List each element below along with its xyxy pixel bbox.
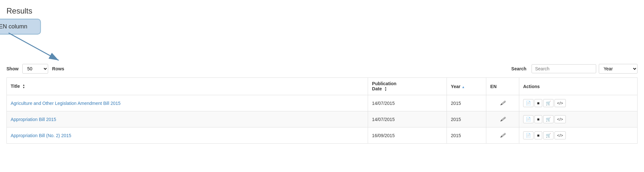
cell-title: Appropriation Bill (No. 2) 2015: [7, 127, 368, 144]
main-content-area: New EN column Show 50 10 25: [6, 22, 638, 144]
title-link[interactable]: Appropriation Bill 2015: [11, 117, 56, 122]
pdf-button[interactable]: 📄: [523, 131, 533, 139]
pdf-button[interactable]: 📄: [523, 99, 533, 107]
search-input[interactable]: [532, 64, 596, 73]
cart-button[interactable]: 🛒: [543, 115, 554, 123]
col-header-en: EN: [486, 78, 519, 95]
en-icon: 🖉: [500, 116, 505, 122]
col-header-year[interactable]: Year ▲: [447, 78, 486, 95]
page-title: Results: [6, 6, 638, 15]
cell-pubdate: 16/09/2015: [368, 127, 447, 144]
table-row: Agriculture and Other Legislation Amendm…: [7, 95, 638, 111]
col-header-pubdate[interactable]: PublicationDate ▲ ▼: [368, 78, 447, 95]
cell-en: 🖉: [486, 127, 519, 144]
stop-button[interactable]: ■: [534, 131, 542, 139]
data-table: Title ▲ ▼ PublicationDate ▲ ▼: [6, 77, 638, 144]
svg-line-1: [9, 33, 59, 60]
en-icon: 🖉: [500, 100, 505, 106]
cell-title: Agriculture and Other Legislation Amendm…: [7, 95, 368, 111]
sort-arrows-title: ▲ ▼: [22, 84, 25, 89]
code-button[interactable]: </>: [554, 131, 566, 139]
cell-year: 2015: [447, 127, 486, 144]
year-select[interactable]: Year 2015 2014 2013 2012: [599, 64, 638, 74]
col-header-title[interactable]: Title ▲ ▼: [7, 78, 368, 95]
table-header-row: Title ▲ ▼ PublicationDate ▲ ▼: [7, 78, 638, 95]
cart-button[interactable]: 🛒: [543, 131, 554, 139]
stop-button[interactable]: ■: [534, 99, 542, 107]
sort-arrow-year-active: ▲: [462, 85, 465, 89]
cell-year: 2015: [447, 111, 486, 127]
callout-bubble: New EN column: [0, 19, 322, 35]
show-label: Show: [6, 66, 18, 71]
table-row: Appropriation Bill 201514/07/20152015🖉📄■…: [7, 111, 638, 127]
sort-arrows-pubdate: ▲ ▼: [385, 86, 387, 92]
cell-title: Appropriation Bill 2015: [7, 111, 368, 127]
cell-actions: 📄■🛒</>: [519, 95, 637, 111]
cart-button[interactable]: 🛒: [543, 99, 554, 107]
code-button[interactable]: </>: [554, 115, 566, 123]
cell-actions: 📄■🛒</>: [519, 111, 637, 127]
cell-year: 2015: [447, 95, 486, 111]
callout-arrow: [2, 30, 67, 65]
code-button[interactable]: </>: [554, 99, 566, 107]
pdf-button[interactable]: 📄: [523, 115, 533, 123]
cell-en: 🖉: [486, 95, 519, 111]
en-icon: 🖉: [500, 133, 505, 138]
cell-actions: 📄■🛒</>: [519, 127, 637, 144]
stop-button[interactable]: ■: [534, 115, 542, 123]
title-link[interactable]: Appropriation Bill (No. 2) 2015: [11, 133, 71, 138]
rows-select[interactable]: 50 10 25 100: [22, 64, 48, 74]
cell-pubdate: 14/07/2015: [368, 95, 447, 111]
table-row: Appropriation Bill (No. 2) 201516/09/201…: [7, 127, 638, 144]
title-link[interactable]: Agriculture and Other Legislation Amendm…: [11, 101, 121, 106]
callout-label: New EN column: [0, 23, 27, 30]
controls-row: Show 50 10 25 100 Rows Search Year 2015 …: [6, 64, 638, 74]
search-label: Search: [511, 66, 526, 71]
col-header-actions: Actions: [519, 78, 637, 95]
cell-en: 🖉: [486, 111, 519, 127]
rows-label: Rows: [52, 66, 64, 71]
cell-pubdate: 14/07/2015: [368, 111, 447, 127]
